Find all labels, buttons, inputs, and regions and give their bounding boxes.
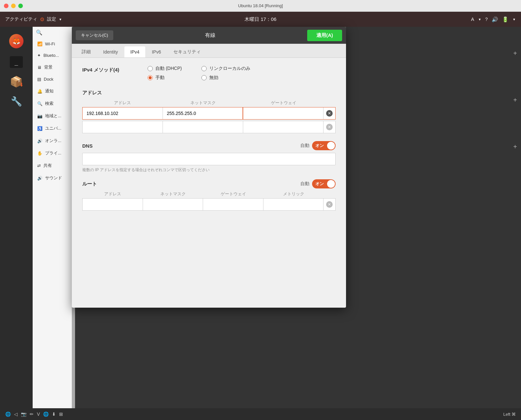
settings-app-icon: 🔧 (11, 96, 22, 107)
minimize-button[interactable] (11, 4, 16, 8)
method-options: 自動 (DHCP) リンクローカルのみ 手動 (148, 66, 250, 81)
paint-icon: ✏ (30, 412, 34, 417)
route-cell-gateway[interactable] (203, 199, 263, 210)
background-icon: 🖥 (37, 65, 41, 70)
bottom-bar: 🌐 ◁ 📷 ✏ V 🌐 ⬇ ⊞ Left ⌘ (0, 408, 521, 420)
route-metric-input[interactable] (263, 199, 324, 210)
wifi-icon: 📶 (37, 41, 42, 46)
settings-item-notifications[interactable]: 🔔 通知 (33, 85, 75, 97)
method-link-local[interactable]: リンクローカルのみ (201, 66, 250, 72)
apply-button[interactable]: 適用(A) (307, 30, 342, 41)
settings-item-sharing[interactable]: ⇄ 共有 (33, 159, 75, 172)
tab-details[interactable]: 詳細 (76, 46, 97, 57)
netmask-input-2[interactable] (163, 121, 243, 133)
route-toggle-thumb (327, 180, 335, 188)
top-bar-left: アクティビティ ⚙ 設定 ▼ (5, 16, 71, 23)
radio-auto-dhcp[interactable] (148, 66, 153, 71)
sidebar-item-settings[interactable]: 🔧 (5, 91, 28, 111)
delete-route-1-button[interactable]: ✕ (324, 199, 335, 210)
settings-item-universal[interactable]: ♿ ユニバ... (33, 122, 75, 135)
settings-item-region[interactable]: 📷 地域と... (33, 110, 75, 122)
bluetooth-icon: ✦ (37, 53, 41, 58)
radio-link-local[interactable] (201, 66, 207, 71)
tab-identity[interactable]: Identity (97, 46, 124, 57)
top-bar: アクティビティ ⚙ 設定 ▼ 木曜日 17：06 A ▼ ? 🔊 🔋 ▼ (0, 12, 521, 27)
gateway-input-2[interactable] (243, 121, 323, 133)
address-cell-2-addr[interactable] (83, 121, 163, 133)
route-col-gateway: ゲートウェイ (203, 191, 263, 197)
settings-item-wifi[interactable]: 📶 Wi-Fi (33, 38, 75, 50)
address-cell-1-addr[interactable] (83, 107, 163, 119)
route-gateway-input[interactable] (203, 199, 263, 210)
keyboard-indicator[interactable]: A (471, 17, 474, 22)
terminal-icon: _ (10, 56, 23, 68)
address-cell-2-netmask[interactable] (163, 121, 243, 133)
close-button[interactable] (4, 4, 8, 8)
route-cell-addr[interactable] (83, 199, 143, 210)
radio-disabled[interactable] (201, 75, 207, 80)
dns-toggle[interactable]: オン (312, 141, 336, 150)
delete-row-1-button[interactable]: ✕ (324, 107, 335, 119)
route-addr-input[interactable] (83, 199, 143, 210)
tab-ipv6[interactable]: IPv6 (146, 46, 167, 57)
col-header-address: アドレス (82, 100, 163, 106)
battery-icon[interactable]: 🔋 (502, 16, 509, 23)
settings-icon: ⚙ (40, 16, 44, 23)
dns-input[interactable] (82, 153, 336, 165)
route-cell-netmask[interactable] (143, 199, 203, 210)
activities-label[interactable]: アクティビティ (5, 16, 37, 22)
volume-icon[interactable]: 🔊 (492, 16, 498, 23)
method-disabled[interactable]: 無効 (201, 75, 250, 81)
netmask-input-1[interactable] (163, 107, 243, 119)
tab-security[interactable]: セキュリティ (167, 46, 207, 57)
settings-item-search[interactable]: 🔍 検索 (33, 97, 75, 110)
route-cell-metric[interactable] (263, 199, 324, 210)
gateway-input-1[interactable] (243, 107, 323, 119)
route-toggle[interactable]: オン (312, 179, 336, 188)
settings-menu-label[interactable]: 設定 (47, 16, 56, 22)
address-input-1[interactable] (83, 107, 163, 119)
maximize-button[interactable] (18, 4, 23, 8)
top-bar-datetime: 木曜日 17：06 (76, 16, 445, 23)
dialog-title: 有線 (113, 32, 307, 39)
sidebar-item-firefox[interactable]: 🦊 (5, 30, 28, 52)
delete-row-2-button[interactable]: ✕ (324, 121, 335, 133)
address-col-headers: アドレス ネットマスク ゲートウェイ (82, 100, 336, 107)
address-input-2[interactable] (83, 121, 163, 133)
dialog-body: IPv4 メソッド(4) 自動 (DHCP) リンクローカルのみ (72, 58, 346, 308)
question-icon[interactable]: ? (485, 17, 488, 22)
route-col-headers: アドレス ネットマスク ゲートウェイ メトリック (82, 191, 336, 198)
manual-label: 手動 (155, 75, 165, 81)
disabled-label: 無効 (209, 75, 218, 81)
sidebar-item-terminal[interactable]: _ (5, 52, 28, 72)
method-manual[interactable]: 手動 (148, 75, 182, 81)
route-auto-label: 自動 (300, 181, 309, 187)
method-auto-dhcp[interactable]: 自動 (DHCP) (148, 66, 182, 72)
settings-item-bluetooth[interactable]: ✦ Blueto... (33, 50, 75, 61)
settings-item-dock[interactable]: ▤ Dock (33, 73, 75, 85)
cancel-button[interactable]: キャンセル(C) (76, 30, 113, 40)
tab-ipv4[interactable]: IPv4 (124, 46, 145, 57)
address-row-1: ✕ (82, 107, 336, 120)
settings-item-privacy[interactable]: ✋ プライ... (33, 147, 75, 159)
dock-icon: ▤ (37, 77, 41, 82)
settings-item-background[interactable]: 🖥 背景 (33, 61, 75, 73)
mic-icon: V (37, 412, 40, 417)
address-row-2: ✕ (82, 121, 336, 133)
address-cell-1-netmask[interactable] (163, 107, 243, 119)
address-cell-1-gateway[interactable] (243, 107, 324, 119)
sharing-icon: ⇄ (37, 163, 41, 168)
settings-item-sound[interactable]: 🔊 サウンド (33, 172, 75, 184)
address-cell-2-gateway[interactable] (243, 121, 324, 133)
route-netmask-input[interactable] (143, 199, 203, 210)
settings-item-online[interactable]: 🔊 オンラ... (33, 135, 75, 147)
window-title: Ubuntu 18.04 [Running] (238, 3, 283, 8)
route-label: ルート (82, 181, 97, 187)
radio-manual[interactable] (148, 75, 153, 80)
sidebar-item-files[interactable]: 📦 ⬇ (5, 72, 28, 91)
auto-dhcp-label: 自動 (DHCP) (155, 66, 182, 72)
address-section-label: アドレス (82, 90, 336, 96)
search-bar[interactable]: 🔍 (33, 27, 75, 38)
title-bar: Ubuntu 18.04 [Running] (0, 0, 521, 12)
power-chevron-icon: ▼ (513, 18, 516, 21)
